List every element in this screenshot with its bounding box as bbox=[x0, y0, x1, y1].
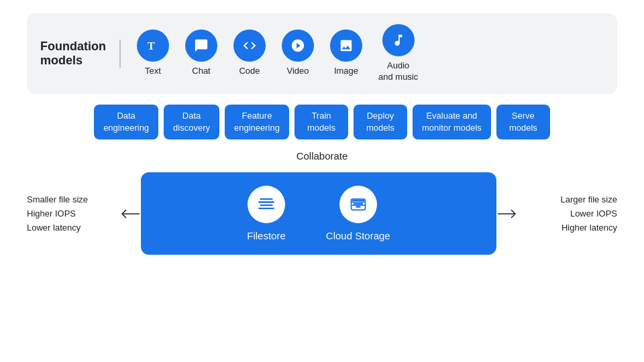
storage-section: Smaller file size Higher IOPS Lower late… bbox=[27, 172, 617, 255]
audio-label: Audioand music bbox=[378, 60, 418, 83]
filestore-icon bbox=[248, 186, 285, 223]
code-icon bbox=[233, 29, 266, 62]
pipeline-deploy-models: Deploymodels bbox=[354, 105, 407, 139]
right-label-0: Larger file size bbox=[522, 194, 617, 204]
model-image: Image bbox=[330, 29, 362, 77]
model-text: T Text bbox=[137, 29, 169, 77]
arrow-left-icon bbox=[121, 207, 141, 221]
pipeline-serve-models: Servemodels bbox=[496, 105, 550, 139]
right-label-2: Higher latency bbox=[522, 223, 617, 233]
chat-icon bbox=[185, 29, 217, 62]
foundation-title: Foundationmodels bbox=[40, 40, 121, 68]
storage-box: Filestore Cloud Storage bbox=[141, 172, 496, 255]
filestore-label: Filestore bbox=[247, 230, 286, 241]
pipeline-feature-engineering: Featureengineering bbox=[225, 105, 289, 139]
model-audio: Audioand music bbox=[378, 24, 418, 83]
model-chat: Chat bbox=[185, 29, 217, 77]
audio-icon bbox=[382, 24, 415, 56]
image-icon bbox=[330, 29, 362, 62]
model-video: Video bbox=[282, 29, 314, 77]
left-label-0: Smaller file size bbox=[27, 194, 121, 204]
right-labels: Larger file size Lower IOPS Higher laten… bbox=[517, 194, 617, 233]
chat-label: Chat bbox=[192, 66, 210, 77]
text-icon: T bbox=[137, 29, 169, 62]
pipeline-evaluate-monitor: Evaluate andmonitor models bbox=[413, 105, 491, 139]
left-label-2: Lower latency bbox=[27, 223, 121, 233]
text-label: Text bbox=[145, 66, 161, 77]
right-label-1: Lower IOPS bbox=[522, 208, 617, 219]
model-icons: T Text Chat Code bbox=[121, 24, 418, 83]
cloud-storage-label: Cloud Storage bbox=[326, 230, 390, 241]
storage-cloud: Cloud Storage bbox=[326, 186, 390, 241]
pipeline-row: Dataengineering Datadiscovery Featureeng… bbox=[27, 105, 617, 139]
video-label: Video bbox=[286, 66, 309, 77]
svg-text:T: T bbox=[148, 40, 155, 53]
model-code: Code bbox=[233, 29, 266, 77]
pipeline-data-engineering: Dataengineering bbox=[94, 105, 158, 139]
image-label: Image bbox=[334, 66, 358, 77]
left-labels: Smaller file size Higher IOPS Lower late… bbox=[27, 194, 121, 233]
cloud-storage-icon bbox=[339, 186, 377, 223]
pipeline-train-models: Trainmodels bbox=[294, 105, 348, 139]
storage-filestore: Filestore bbox=[247, 186, 286, 241]
collaborate-label: Collaborate bbox=[27, 150, 617, 162]
main-diagram: Foundationmodels T Text Chat bbox=[0, 0, 644, 362]
foundation-section: Foundationmodels T Text Chat bbox=[27, 13, 617, 94]
arrow-right-icon bbox=[496, 207, 517, 221]
pipeline-data-discovery: Datadiscovery bbox=[164, 105, 219, 139]
code-label: Code bbox=[239, 66, 260, 77]
left-label-1: Higher IOPS bbox=[27, 208, 121, 219]
video-icon bbox=[282, 29, 314, 62]
